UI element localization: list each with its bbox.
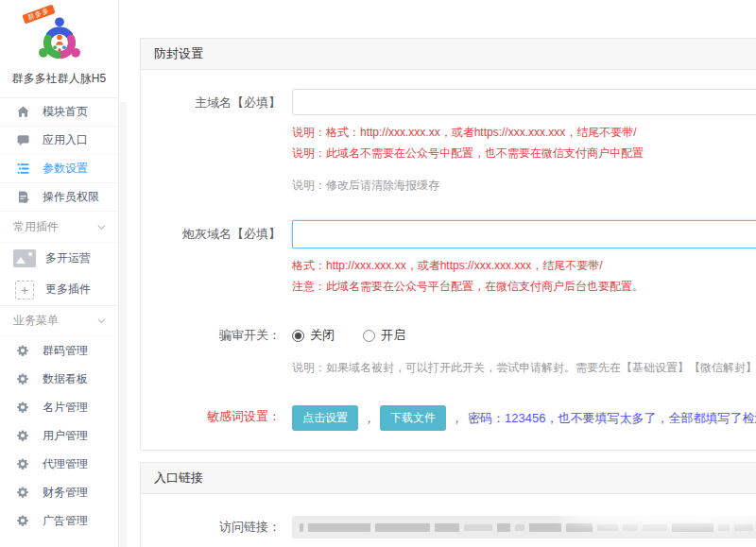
chat-icon	[16, 133, 30, 147]
app-logo-icon	[35, 15, 84, 64]
sidebar-item-label: 群码管理	[43, 343, 88, 359]
section-common-plugins: 常用插件	[0, 212, 118, 243]
sidebar-item-user-management[interactable]: 用户管理	[0, 421, 118, 450]
main-content: 防封设置 主域名【必填】 说明：格式：http://xxx.xxx.xx，或者h…	[127, 0, 756, 547]
sidebar-scrollbar[interactable]	[120, 102, 127, 547]
sidebar-item-module-home[interactable]: 模块首页	[0, 98, 118, 127]
sidebar-item-label: 模块首页	[43, 104, 88, 120]
sidebar-item-more-plugins[interactable]: + 更多插件	[0, 274, 118, 305]
gear-icon	[16, 372, 29, 385]
cheat-audit-label: 骗审开关：	[141, 321, 292, 376]
sensitive-download-button[interactable]: 下载文件	[380, 405, 446, 431]
cheat-audit-note: 说明：如果域名被封，可以打开此开关，尝试申请解封。需要先在【基础设置】【微信解封…	[292, 359, 756, 376]
visit-link-label: 访问链接：	[141, 513, 292, 538]
sidebar-item-label: 代理管理	[43, 456, 88, 472]
sidebar-item-multi-open[interactable]: 多开运营	[0, 243, 118, 274]
decoy-domain-label: 炮灰域名【必填】	[141, 220, 292, 295]
sidebar-item-label: 广告管理	[43, 513, 88, 529]
main-domain-label: 主域名【必填】	[141, 89, 292, 194]
section-title: 常用插件	[13, 219, 59, 235]
app-logo-block: 群多多 群多多社群人脉H5	[0, 0, 118, 98]
app-title: 群多多社群人脉H5	[0, 71, 118, 87]
sidebar-item-label: 数据看板	[43, 371, 88, 387]
decoy-domain-input[interactable]	[292, 220, 756, 248]
radio-icon[interactable]	[363, 330, 375, 342]
radio-label: 开启	[381, 327, 405, 344]
sidebar-item-ad-management[interactable]: 广告管理	[0, 506, 118, 535]
sidebar-item-data-board[interactable]: 数据看板	[0, 365, 118, 393]
gear-icon	[16, 457, 29, 470]
gear-icon	[16, 514, 29, 527]
comma-separator: ，	[363, 410, 375, 427]
radio-label: 关闭	[310, 327, 335, 344]
cheat-audit-radio-group: 关闭 开启	[292, 321, 756, 344]
sidebar-item-label: 参数设置	[43, 161, 88, 177]
panel-anti-block: 防封设置 主域名【必填】 说明：格式：http://xxx.xxx.xx，或者h…	[140, 38, 756, 451]
sidebar-item-label: 多开运营	[45, 250, 91, 266]
sidebar-item-operator-permissions[interactable]: 操作员权限	[0, 183, 118, 212]
sidebar-item-label: 更多插件	[45, 282, 91, 298]
sidebar-item-label: 应用入口	[43, 132, 88, 148]
image-icon	[13, 249, 36, 267]
section-title: 业务菜单	[13, 313, 59, 329]
sidebar-item-business-card[interactable]: 名片管理	[0, 393, 118, 421]
decoy-domain-note-format: 格式：http://xxx.xxx.xx，或者https://xxx.xxx.x…	[292, 257, 756, 274]
main-domain-input[interactable]	[292, 89, 756, 115]
comma-separator: ，	[451, 410, 463, 427]
sidebar-item-label: 用户管理	[43, 428, 88, 444]
panel-title: 防封设置	[141, 39, 756, 70]
gear-icon	[16, 486, 29, 499]
sensitive-password-hint: 密码：123456，也不要填写太多了，全部都填写了检测时会有点慢。	[468, 410, 756, 427]
panel-title: 入口链接	[141, 463, 756, 494]
sensitive-set-button[interactable]: 点击设置	[292, 405, 358, 431]
plus-icon: +	[15, 281, 34, 299]
main-domain-note-config: 说明：此域名不需要在公众号中配置，也不需要在微信支付商户中配置	[292, 145, 756, 162]
sidebar-item-app-entry[interactable]: 应用入口	[0, 127, 118, 155]
home-icon	[16, 105, 30, 119]
gear-icon	[16, 429, 29, 442]
decoy-domain-note-config: 注意：此域名需要在公众号平台配置，在微信支付商户后台也要配置。	[292, 278, 756, 295]
gear-icon	[16, 344, 29, 357]
sidebar: 群多多 群多多社群人脉H5 模块首页 应用入口 参数设置 操作员权限 常用	[0, 0, 119, 547]
document-pen-icon	[16, 190, 30, 204]
cheat-audit-option-close[interactable]: 关闭	[292, 327, 335, 344]
chevron-down-icon[interactable]	[96, 222, 107, 232]
section-business-menu: 业务菜单	[0, 305, 118, 336]
sidebar-item-label: 操作员权限	[43, 189, 99, 205]
visit-link-redacted-value	[292, 516, 756, 538]
sidebar-item-finance-management[interactable]: 财务管理	[0, 478, 118, 506]
sidebar-item-group-code[interactable]: 群码管理	[0, 336, 118, 365]
chevron-down-icon[interactable]	[96, 316, 107, 326]
sidebar-item-parameter-settings[interactable]: 参数设置	[0, 155, 118, 183]
radio-checked-icon[interactable]	[292, 330, 304, 342]
sensitive-words-label: 敏感词设置：	[141, 402, 292, 431]
panel-entry-links: 入口链接 访问链接： app下载链接： 说明：如果设置为浏览器模式，并打包为ap…	[140, 462, 756, 547]
sidebar-item-label: 名片管理	[43, 400, 88, 416]
list-icon	[16, 162, 30, 176]
main-domain-note-format: 说明：格式：http://xxx.xxx.xx，或者https://xxx.xx…	[292, 124, 756, 141]
sidebar-item-label: 财务管理	[43, 485, 88, 501]
cheat-audit-option-open[interactable]: 开启	[363, 327, 405, 344]
main-domain-note-cache: 说明：修改后请清除海报缓存	[292, 177, 756, 194]
sidebar-item-agent-management[interactable]: 代理管理	[0, 450, 118, 478]
gear-icon	[16, 401, 29, 414]
